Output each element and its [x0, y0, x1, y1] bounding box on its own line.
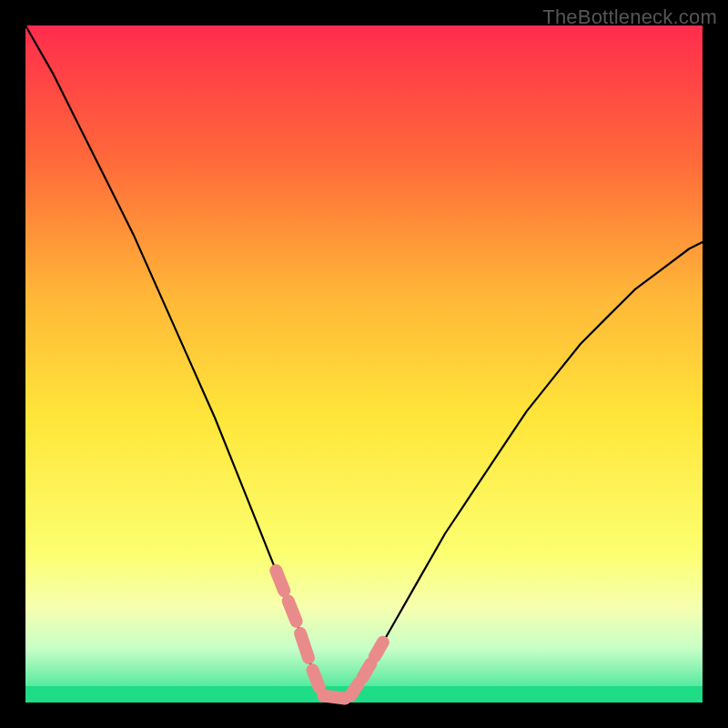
- plot-area: [25, 25, 703, 703]
- marker-flat: [323, 696, 345, 699]
- chart-container: TheBottleneck.com: [0, 0, 728, 728]
- watermark-text: TheBottleneck.com: [542, 5, 717, 29]
- min-band: [25, 686, 703, 703]
- bottleneck-curve-chart: [0, 0, 728, 728]
